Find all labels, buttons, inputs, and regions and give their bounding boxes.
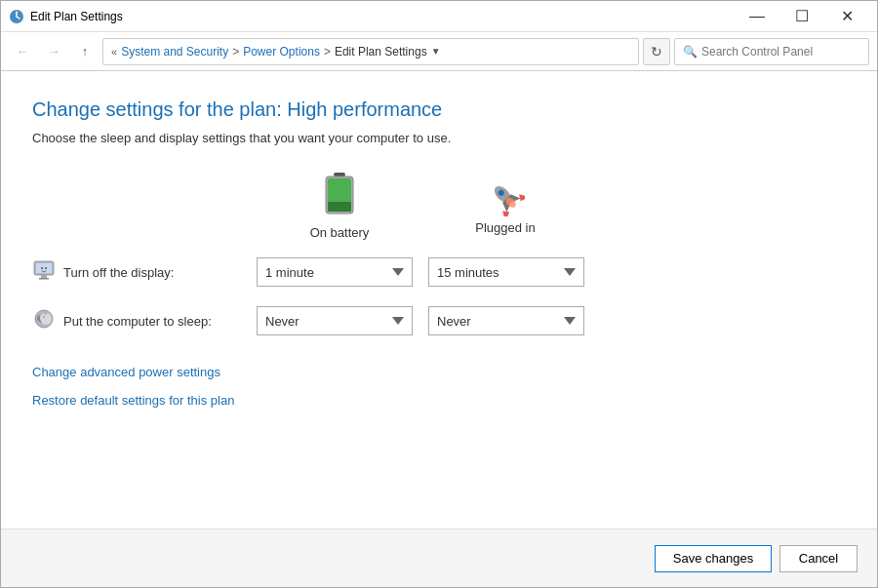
sleep-label-group: z z Put the computer to sleep: [32,307,257,335]
content-area: Change settings for the plan: High perfo… [1,71,877,529]
sleep-plugged-select[interactable]: 1 minute 5 minutes 10 minutes 15 minutes… [428,306,584,335]
breadcrumb-dropdown-arrow[interactable]: ▼ [427,38,445,65]
svg-rect-12 [36,263,52,273]
plugged-column-header: Plugged in [422,177,588,235]
display-controls: 1 minute 2 minutes 5 minutes 10 minutes … [257,257,584,287]
advanced-power-settings-link[interactable]: Change advanced power settings [32,365,846,379]
sleep-controls: 1 minute 5 minutes 10 minutes 15 minutes… [257,306,584,335]
close-button[interactable]: ✕ [824,1,869,32]
battery-icon [324,173,355,221]
forward-button[interactable]: → [40,38,67,65]
breadcrumb-system-security[interactable]: System and Security [121,45,228,59]
restore-defaults-link[interactable]: Restore default settings for this plan [32,393,846,408]
rocket-icon [486,177,525,216]
svg-point-15 [41,267,43,269]
plugged-label: Plugged in [475,220,535,235]
refresh-button[interactable]: ↻ [643,38,670,65]
search-box: 🔍 [674,38,869,65]
search-icon: 🔍 [683,45,698,59]
battery-label: On battery [310,225,370,240]
nav-bar: ← → ↑ « System and Security > Power Opti… [1,32,877,71]
back-button[interactable]: ← [9,38,36,65]
svg-rect-4 [328,202,351,212]
window-title: Edit Plan Settings [30,10,735,23]
battery-column-header: On battery [257,173,422,240]
svg-rect-13 [41,275,47,278]
column-headers: On battery Plugged in [257,173,846,240]
title-bar: Edit Plan Settings — ☐ ✕ [1,1,877,32]
app-icon [9,9,24,24]
sleep-setting-row: z z Put the computer to sleep: 1 minute … [32,306,846,335]
svg-rect-14 [39,278,49,280]
search-input[interactable] [701,45,860,59]
display-icon [32,258,56,287]
display-label-group: Turn off the display: [32,258,257,287]
svg-rect-1 [334,173,345,176]
maximize-button[interactable]: ☐ [779,1,824,32]
save-changes-button[interactable]: Save changes [655,545,772,572]
sleep-label: Put the computer to sleep: [63,314,212,329]
links-section: Change advanced power settings Restore d… [32,365,846,408]
breadcrumb-sep-1: > [232,45,239,59]
sleep-icon: z z [32,307,56,335]
minimize-button[interactable]: — [735,1,779,32]
sleep-battery-select[interactable]: 1 minute 5 minutes 10 minutes 15 minutes… [257,306,413,335]
svg-point-16 [45,267,47,269]
page-subtitle: Choose the sleep and display settings th… [32,131,846,145]
display-battery-select[interactable]: 1 minute 2 minutes 5 minutes 10 minutes … [257,257,413,287]
svg-marker-8 [499,208,512,216]
display-plugged-select[interactable]: 1 minute 2 minutes 5 minutes 10 minutes … [428,257,584,287]
breadcrumb-current: Edit Plan Settings [335,45,427,59]
svg-marker-9 [516,190,525,204]
display-label: Turn off the display: [63,265,174,280]
footer: Save changes Cancel [1,529,877,587]
breadcrumb-bar: « System and Security > Power Options > … [102,38,639,65]
settings-grid: Turn off the display: 1 minute 2 minutes… [32,257,846,335]
window: Edit Plan Settings — ☐ ✕ ← → ↑ « System … [0,0,878,588]
cancel-button[interactable]: Cancel [779,545,858,572]
page-title: Change settings for the plan: High perfo… [32,98,846,121]
breadcrumb-sep-2: > [324,45,331,59]
window-controls: — ☐ ✕ [735,1,869,32]
breadcrumb-power-options[interactable]: Power Options [243,45,320,59]
up-button[interactable]: ↑ [71,38,99,65]
display-setting-row: Turn off the display: 1 minute 2 minutes… [32,257,846,287]
breadcrumb-prefix: « [111,46,117,58]
